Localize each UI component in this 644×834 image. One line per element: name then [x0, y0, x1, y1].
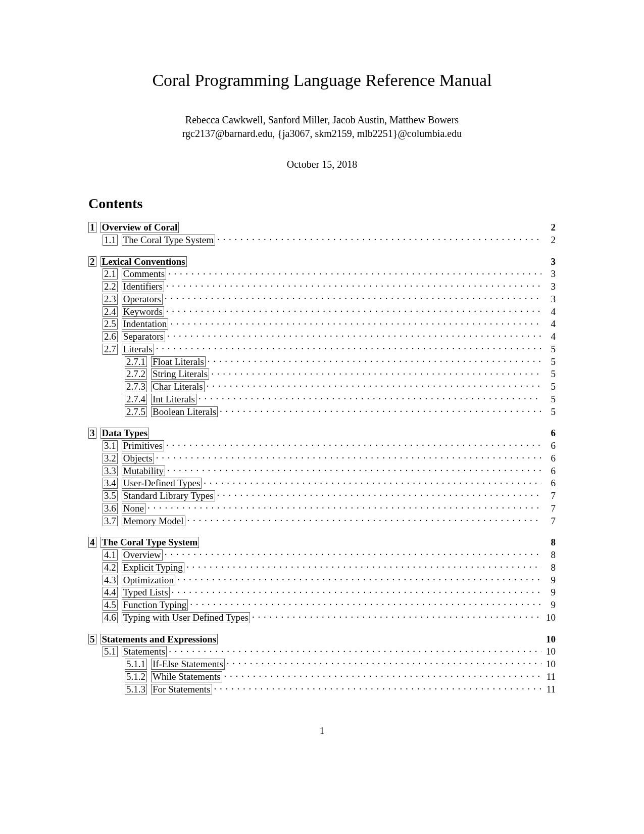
toc-entry-number[interactable]: 4.4: [103, 587, 118, 598]
document-date: October 15, 2018: [88, 159, 556, 170]
toc-entry-number[interactable]: 3.2: [103, 453, 118, 464]
toc-entry-title[interactable]: Indentation: [122, 318, 169, 330]
toc-leader-dots: [217, 234, 541, 243]
authors-names: Rebecca Cawkwell, Sanford Miller, Jacob …: [88, 113, 556, 127]
toc-entry-title[interactable]: Lexical Conventions: [101, 256, 187, 268]
toc-entry-title[interactable]: Char Literals: [151, 381, 205, 393]
toc-entry-number[interactable]: 2.2: [103, 281, 118, 292]
toc-entry-number[interactable]: 1: [88, 222, 96, 233]
toc-entry-title[interactable]: If-Else Statements: [151, 658, 225, 670]
toc-entry-title[interactable]: Standard Library Types: [122, 490, 215, 502]
toc-entry-title[interactable]: Float Literals: [151, 356, 206, 368]
toc-entry-title[interactable]: Literals: [122, 343, 154, 355]
toc-entry-title[interactable]: Statements: [122, 645, 167, 658]
toc-entry-title[interactable]: Optimization: [122, 574, 175, 586]
toc-entry-page: 5: [543, 393, 556, 405]
toc-entry-number[interactable]: 2.7.3: [125, 381, 147, 392]
toc-leader-dots: [199, 393, 541, 402]
toc-entry-title[interactable]: None: [122, 502, 145, 515]
toc-entry-title[interactable]: User-Defined Types: [122, 477, 202, 489]
toc-entry-page: 5: [543, 406, 556, 418]
toc-entry-title[interactable]: Int Literals: [151, 393, 196, 405]
toc-entry-number[interactable]: 2.4: [103, 306, 118, 317]
toc-entry-page: 6: [543, 465, 556, 477]
toc-entry-page: 7: [543, 502, 556, 515]
toc-entry-number[interactable]: 5.1: [103, 646, 118, 657]
toc-entry-number[interactable]: 5.1.3: [125, 684, 147, 695]
toc-entry-number[interactable]: 5.1.1: [125, 659, 147, 670]
toc-entry-title[interactable]: Typed Lists: [122, 586, 170, 598]
toc-entry-title[interactable]: The Coral Type System: [122, 234, 215, 246]
toc-entry-number[interactable]: 4.2: [103, 562, 118, 573]
toc-entry-title[interactable]: While Statements: [151, 671, 222, 683]
toc-subsubsection-row: 5.1.2While Statements11: [88, 670, 556, 683]
toc-entry-page: 4: [543, 318, 556, 330]
toc-entry-title[interactable]: Typing with User Defined Types: [122, 612, 250, 624]
toc-leader-dots: [166, 305, 541, 315]
toc-leader-dots: [204, 477, 541, 486]
toc-entry-number[interactable]: 3: [88, 428, 96, 439]
toc-entry-number[interactable]: 4: [88, 537, 96, 548]
toc-entry-number[interactable]: 3.5: [103, 490, 118, 501]
toc-entry-title[interactable]: Boolean Literals: [151, 406, 218, 418]
toc-entry-title[interactable]: Explicit Typing: [122, 562, 184, 574]
toc-entry-title[interactable]: Function Typing: [122, 599, 188, 611]
toc-entry-number[interactable]: 4.1: [103, 549, 118, 561]
toc-entry-title[interactable]: Overview of Coral: [101, 221, 179, 234]
toc-entry-number[interactable]: 3.3: [103, 466, 118, 477]
toc-subsection-row: 5.1Statements10: [88, 645, 556, 658]
toc-entry-title[interactable]: Operators: [122, 293, 163, 305]
toc-subsection-row: 2.3Operators3: [88, 293, 556, 305]
toc-entry-number[interactable]: 3.1: [103, 440, 118, 451]
toc-entry-title[interactable]: Overview: [122, 549, 163, 561]
toc-entry-number[interactable]: 2: [88, 256, 96, 267]
toc-entry-title[interactable]: Memory Model: [122, 515, 185, 527]
toc-entry-number[interactable]: 3.6: [103, 503, 118, 514]
toc-entry-title[interactable]: Mutability: [122, 465, 165, 477]
toc-entry-title[interactable]: Identifiers: [122, 281, 164, 293]
toc-entry-title[interactable]: Comments: [122, 268, 166, 280]
toc-subsection-row: 3.6None7: [88, 502, 556, 515]
toc-entry-page: 6: [543, 427, 556, 439]
toc-subsection-row: 3.4User-Defined Types6: [88, 477, 556, 489]
toc-entry-number[interactable]: 3.7: [103, 516, 118, 527]
toc-entry-title[interactable]: Statements and Expressions: [101, 633, 218, 645]
toc-entry-number[interactable]: 2.5: [103, 318, 118, 330]
toc-leader-dots: [166, 439, 541, 449]
toc-entry-title[interactable]: String Literals: [151, 368, 209, 380]
toc-entry-number[interactable]: 2.7: [103, 344, 118, 355]
toc-entry-title[interactable]: Objects: [122, 452, 154, 465]
toc-entry-number[interactable]: 2.7.1: [125, 356, 147, 367]
toc-entry-number[interactable]: 2.6: [103, 331, 118, 342]
toc-entry-number[interactable]: 4.6: [103, 612, 118, 623]
toc-entry-number[interactable]: 2.7.5: [125, 406, 147, 418]
toc-subsection-row: 2.2Identifiers3: [88, 280, 556, 293]
toc-leader-dots: [147, 502, 541, 512]
toc-entry-title[interactable]: The Coral Type System: [101, 536, 200, 548]
toc-leader-dots: [208, 355, 541, 365]
toc-entry-number[interactable]: 2.7.4: [125, 394, 147, 405]
toc-leader-dots: [167, 330, 541, 340]
toc-entry-number[interactable]: 2.3: [103, 294, 118, 305]
toc-entry-page: 4: [543, 331, 556, 343]
toc-entry-number[interactable]: 4.5: [103, 599, 118, 611]
toc-entry-title[interactable]: Primitives: [122, 440, 164, 452]
toc-leader-dots: [165, 293, 541, 302]
toc-entry-number[interactable]: 1.1: [103, 235, 118, 246]
toc-entry-number[interactable]: 4.3: [103, 575, 118, 586]
toc-entry-number[interactable]: 2.7.2: [125, 368, 147, 380]
toc-entry-number[interactable]: 3.4: [103, 478, 118, 489]
toc-entry-title[interactable]: For Statements: [151, 683, 212, 696]
toc-entry-page: 5: [543, 343, 556, 355]
toc-entry-title[interactable]: Data Types: [101, 427, 150, 439]
toc-entry-title[interactable]: Separators: [122, 331, 165, 343]
toc-entry-page: 11: [543, 671, 556, 683]
toc-entry-page: 8: [543, 536, 556, 548]
toc-entry-number[interactable]: 5.1.2: [125, 671, 147, 682]
toc-leader-dots: [181, 221, 541, 230]
toc-entry-title[interactable]: Keywords: [122, 306, 164, 318]
toc-entry-page: 10: [543, 633, 556, 645]
toc-subsection-row: 4.5Function Typing9: [88, 598, 556, 611]
toc-entry-number[interactable]: 2.1: [103, 268, 118, 280]
toc-entry-number[interactable]: 5: [88, 634, 96, 645]
